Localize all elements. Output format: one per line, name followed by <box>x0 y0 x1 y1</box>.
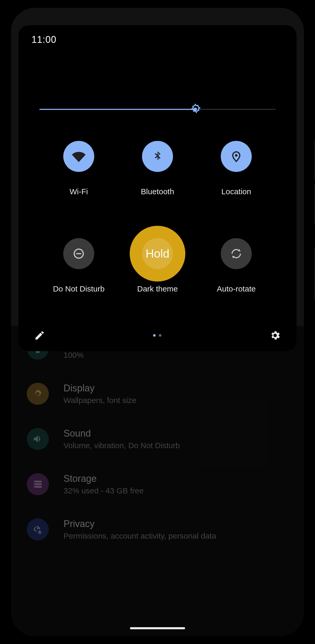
settings-item-privacy[interactable]: Privacy Permissions, account activity, p… <box>27 507 288 552</box>
brightness-slider[interactable] <box>39 104 276 115</box>
wifi-icon <box>63 141 94 172</box>
settings-item-display[interactable]: Display Wallpapers, font size <box>27 371 288 416</box>
tile-label: Auto-rotate <box>217 284 256 293</box>
settings-item-subtitle: 100% <box>64 351 93 360</box>
hold-label: Hold <box>146 247 170 260</box>
hold-press-overlay: Hold <box>130 226 185 282</box>
svg-point-0 <box>193 108 197 111</box>
settings-item-subtitle: Permissions, account activity, personal … <box>64 531 216 540</box>
device-volume-up <box>314 139 315 180</box>
svg-point-1 <box>235 154 238 157</box>
settings-button[interactable] <box>269 330 281 341</box>
device-volume-down <box>314 184 315 224</box>
tile-wifi[interactable]: Wi-Fi <box>39 141 118 196</box>
status-clock: 11:00 <box>32 34 56 45</box>
settings-item-sound[interactable]: Sound Volume, vibration, Do Not Disturb <box>27 416 288 462</box>
settings-item-subtitle: Wallpapers, font size <box>64 396 136 405</box>
brightness-thumb-icon[interactable] <box>189 103 201 115</box>
tile-label: Do Not Disturb <box>53 284 105 293</box>
edit-button[interactable] <box>34 330 45 341</box>
page-dot-active <box>153 334 156 337</box>
brightness-fill <box>39 109 195 110</box>
tile-auto-rotate[interactable]: Auto-rotate <box>197 238 276 293</box>
tile-label: Dark theme <box>137 284 178 293</box>
page-dot <box>159 334 161 337</box>
tile-label: Bluetooth <box>141 187 174 196</box>
settings-item-subtitle: Volume, vibration, Do Not Disturb <box>64 441 180 450</box>
storage-icon <box>27 473 49 495</box>
settings-item-title: Storage <box>64 473 144 484</box>
settings-list: Battery 100% Display Wallpapers, font si… <box>11 326 304 636</box>
settings-item-subtitle: 32% used - 43 GB free <box>64 486 144 495</box>
tile-bluetooth[interactable]: Bluetooth <box>118 141 197 196</box>
tile-label: Location <box>221 187 251 196</box>
device-power-button <box>314 247 315 300</box>
sound-icon <box>27 428 49 450</box>
tile-location[interactable]: Location <box>197 141 276 196</box>
bluetooth-icon <box>142 141 173 172</box>
settings-item-storage[interactable]: Storage 32% used - 43 GB free <box>27 462 288 507</box>
gesture-nav-bar[interactable] <box>130 627 185 629</box>
tile-label: Wi-Fi <box>70 187 88 196</box>
page-indicator <box>153 334 161 337</box>
tile-dnd[interactable]: Do Not Disturb <box>39 238 118 293</box>
settings-item-title: Sound <box>64 428 180 439</box>
privacy-icon <box>27 518 49 540</box>
auto-rotate-icon <box>221 238 252 269</box>
brightness-icon <box>27 383 49 405</box>
settings-item-title: Privacy <box>64 518 216 529</box>
quick-settings-panel: 11:00 Wi-Fi Bluetooth <box>18 25 297 351</box>
location-icon <box>221 141 252 172</box>
settings-item-title: Display <box>64 383 136 394</box>
phone-screen: Battery 100% Display Wallpapers, font si… <box>11 8 304 636</box>
dnd-icon <box>63 238 94 269</box>
